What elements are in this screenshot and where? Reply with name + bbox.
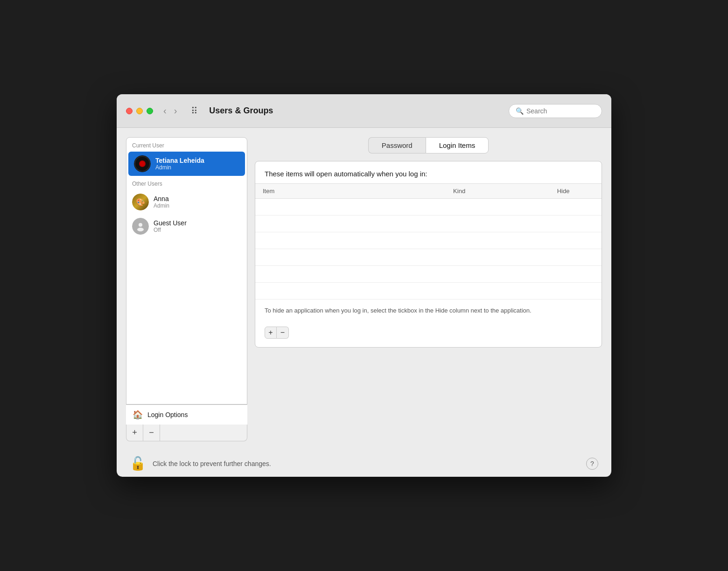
- guest-role: Off: [154, 227, 187, 233]
- vinyl-avatar: [134, 155, 151, 172]
- col-header-kind: Kind: [446, 184, 550, 199]
- search-input[interactable]: [526, 107, 592, 115]
- table-row: [255, 249, 602, 266]
- guest-user-info: Guest User Off: [154, 219, 187, 233]
- main-window: ‹ › ⠿ Users & Groups 🔍 Current User: [117, 94, 611, 477]
- content-area: Current User Tetiana Leheida Admin Other…: [117, 128, 611, 451]
- table-row: [255, 283, 602, 299]
- help-button[interactable]: ?: [586, 458, 598, 470]
- guest-name: Guest User: [154, 219, 187, 227]
- table-row: [255, 266, 602, 283]
- tab-password[interactable]: Password: [368, 137, 426, 153]
- grid-button[interactable]: ⠿: [187, 104, 202, 118]
- svg-point-0: [139, 223, 142, 227]
- guest-avatar-img: [132, 218, 149, 235]
- back-button[interactable]: ‹: [161, 104, 169, 118]
- anna-avatar-img: 🎨: [132, 194, 149, 210]
- anna-avatar: 🎨: [132, 194, 149, 210]
- lock-icon[interactable]: 🔓: [130, 457, 146, 470]
- action-buttons: + −: [255, 322, 602, 347]
- current-user-role: Admin: [155, 164, 204, 171]
- svg-point-1: [137, 228, 144, 231]
- remove-item-button[interactable]: −: [277, 327, 289, 339]
- maximize-button[interactable]: [147, 108, 153, 114]
- forward-button[interactable]: ›: [171, 104, 180, 118]
- nav-buttons: ‹ ›: [161, 104, 180, 118]
- lock-text: Click the lock to prevent further change…: [153, 460, 580, 467]
- other-users-label: Other Users: [126, 176, 247, 190]
- vinyl-ring: [134, 156, 150, 172]
- col-header-item: Item: [255, 184, 446, 199]
- tab-login-items[interactable]: Login Items: [426, 137, 489, 153]
- guest-person-icon: [135, 221, 146, 231]
- guest-avatar: [132, 218, 149, 235]
- close-button[interactable]: [126, 108, 133, 114]
- login-options-icon: 🏠: [133, 410, 143, 420]
- table-row: [255, 216, 602, 232]
- titlebar: ‹ › ⠿ Users & Groups 🔍: [117, 94, 611, 128]
- login-items-panel: These items will open automatically when…: [255, 161, 602, 348]
- sidebar-bottom-bar: + −: [126, 425, 247, 441]
- hint-text: To hide an application when you log in, …: [255, 299, 602, 322]
- add-item-button[interactable]: +: [265, 327, 277, 339]
- current-user-avatar: [134, 155, 151, 172]
- window-title: Users & Groups: [209, 106, 501, 116]
- col-header-hide: Hide: [550, 184, 602, 199]
- login-options-row[interactable]: 🏠 Login Options: [126, 404, 247, 425]
- table-row: [255, 232, 602, 249]
- anna-role: Admin: [154, 202, 169, 209]
- current-user-info: Tetiana Leheida Admin: [155, 157, 204, 171]
- login-options-label: Login Options: [147, 411, 188, 418]
- search-icon: 🔍: [516, 107, 524, 115]
- add-user-button[interactable]: +: [126, 425, 143, 441]
- search-box[interactable]: 🔍: [509, 104, 602, 118]
- current-user-label: Current User: [126, 138, 247, 152]
- user-item-anna[interactable]: 🎨 Anna Admin: [126, 190, 247, 214]
- remove-user-button[interactable]: −: [143, 425, 160, 441]
- panel-description: These items will open automatically when…: [255, 161, 602, 183]
- sidebar-panel: Current User Tetiana Leheida Admin Other…: [126, 137, 247, 404]
- anna-name: Anna: [154, 195, 169, 202]
- main-panel: Password Login Items These items will op…: [255, 137, 602, 441]
- status-bar: 🔓 Click the lock to prevent further chan…: [117, 451, 611, 477]
- user-item-guest[interactable]: Guest User Off: [126, 214, 247, 238]
- current-user-item[interactable]: Tetiana Leheida Admin: [128, 152, 245, 176]
- anna-user-info: Anna Admin: [154, 195, 169, 209]
- traffic-lights: [126, 108, 153, 114]
- tabs-row: Password Login Items: [255, 137, 602, 153]
- table-row: [255, 199, 602, 216]
- items-table: Item Kind Hide: [255, 183, 602, 299]
- minimize-button[interactable]: [136, 108, 143, 114]
- sidebar: Current User Tetiana Leheida Admin Other…: [126, 137, 247, 441]
- current-user-name: Tetiana Leheida: [155, 157, 204, 164]
